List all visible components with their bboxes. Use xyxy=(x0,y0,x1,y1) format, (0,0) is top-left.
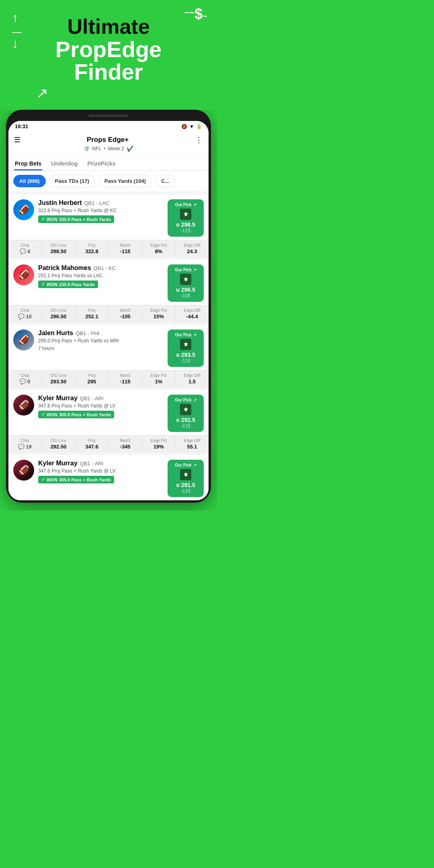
player-name-murray-2: Kyler Murray xyxy=(38,460,78,467)
stat-edge-diff-murray-1: Edge Diff 55.1 xyxy=(176,436,209,452)
pick-odds-murray-1: -115 xyxy=(172,423,199,429)
dollar-icon: ~~$~ xyxy=(184,6,207,23)
stat-edge-diff-herbert: Edge Diff 24.3 xyxy=(176,240,209,257)
hero-section: ↑—↓ ~~$~ Ultimate PropEdge Finder ↗ xyxy=(0,0,217,110)
pick-box-mahomes[interactable]: Our Pick ↗ ⚜ u 296.5 -105 xyxy=(168,264,204,302)
stat-edge-pct-herbert: Edge Pct 8% xyxy=(142,240,176,257)
wifi-icon: ▼ xyxy=(189,124,194,129)
player-info-herbert: Justin Herbert QB1 - LAC 322.8 Proj Pass… xyxy=(38,199,164,223)
stat-chat-hurts[interactable]: Chat 💬 0 xyxy=(8,371,42,387)
stat-alertx-mahomes: AlertX -105 xyxy=(109,305,142,322)
external-link-icon: ↗ xyxy=(193,203,197,207)
player-desc-herbert: 322.8 Proj Pass + Rush Yards @ KC xyxy=(38,208,164,213)
pick-odds-herbert: -115 xyxy=(172,228,199,233)
player-card-herbert: 🏈 Justin Herbert QB1 - LAC 322.8 Proj Pa… xyxy=(8,194,209,257)
stats-row-mahomes: Chat 💬 10 O/U Line 296.50 Proj 252.1 Ale… xyxy=(8,305,209,322)
stat-edge-diff-mahomes: Edge Diff -44.4 xyxy=(176,305,209,322)
more-options-icon[interactable]: ⋮ xyxy=(195,135,203,145)
player-name-murray-1: Kyler Murray xyxy=(38,395,78,402)
tab-underdog[interactable]: Underdog xyxy=(50,158,78,170)
chat-icon-hurts: 💬 xyxy=(20,379,26,385)
hamburger-menu-icon[interactable]: ☰ xyxy=(14,135,20,144)
pick-odds-mahomes: -105 xyxy=(172,293,199,299)
player-card-murray-1: 🏈 Kyler Murray QB1 - ARI 347.6 Proj Pass… xyxy=(8,390,209,452)
tabs-bar: Prop Bets Underdog PrizePicks xyxy=(8,156,209,171)
stat-chat-herbert[interactable]: Chat 💬 4 xyxy=(8,240,42,257)
pick-odds-hurts: -115 xyxy=(172,358,199,364)
draftkings-logo-mahomes: ⚜ xyxy=(180,274,191,285)
won-badge-herbert: ✓ WON 335.0 Pass + Rush Yards xyxy=(38,215,114,223)
hero-finder-text: Finder xyxy=(12,61,205,83)
player-info-murray-2: Kyler Murray QB1 - ARI 347.6 Proj Pass +… xyxy=(38,460,164,483)
our-pick-label-murray-2: Our Pick ↗ xyxy=(172,463,199,467)
stat-ou-herbert: O/U Line 298.50 xyxy=(42,240,75,257)
player-pos-murray-2: QB1 - ARI xyxy=(80,461,104,467)
pick-line-hurts: o 293.5 xyxy=(172,352,199,358)
draftkings-logo-murray-2: ⚜ xyxy=(180,469,191,480)
our-pick-label-herbert: Our Pick ↗ xyxy=(172,203,199,207)
stat-edge-pct-murray-1: Edge Pct 19% xyxy=(142,436,176,452)
pick-line-herbert: o 298.5 xyxy=(172,221,199,228)
stat-edge-pct-mahomes: Edge Pct 15% xyxy=(142,305,176,322)
external-link-icon-murray-2: ↗ xyxy=(193,463,197,467)
stat-proj-mahomes: Proj 252.1 xyxy=(75,305,108,322)
check-icon-murray-1: ✓ xyxy=(41,412,45,417)
pick-box-murray-1[interactable]: Our Pick ↗ ⚜ o 292.5 -115 xyxy=(168,395,204,432)
stat-proj-hurts: Proj 295 xyxy=(75,371,108,387)
battery-icon: 🔋 xyxy=(196,124,202,129)
player-name-herbert: Justin Herbert xyxy=(38,199,82,207)
arrows-icon: ↑—↓ xyxy=(12,11,22,50)
phone-mockup: 10:31 🔕 ▼ 🔋 ☰ Props Edge+ ⋮ 🛡️ NFL • Wee… xyxy=(6,110,211,503)
stat-alertx-herbert: AlertX -115 xyxy=(109,240,142,257)
pick-line-murray-1: o 292.5 xyxy=(172,417,199,423)
our-pick-label-murray-1: Our Pick ↗ xyxy=(172,398,199,402)
avatar-mahomes: 🏈 xyxy=(13,264,34,285)
shield-icon: 🛡️ xyxy=(84,146,90,151)
notifications-off-icon: 🔕 xyxy=(181,124,187,129)
stat-alertx-hurts: AlertX -115 xyxy=(109,371,142,387)
week-label: Week 2 xyxy=(108,146,124,151)
filter-pass-yards[interactable]: Pass Yards (104) xyxy=(98,175,152,187)
league-label: NFL xyxy=(92,146,101,151)
status-icons: 🔕 ▼ 🔋 xyxy=(181,124,202,129)
filter-all[interactable]: All (888) xyxy=(13,175,46,187)
curve-arrow-icon: ↗ xyxy=(12,85,205,102)
pick-line-murray-2: o 291.5 xyxy=(172,482,199,488)
stat-chat-murray-1[interactable]: Chat 💬 19 xyxy=(8,436,42,452)
status-bar: 10:31 🔕 ▼ 🔋 xyxy=(8,121,209,132)
player-pos-mahomes: QB1 - KC xyxy=(94,265,116,271)
tab-prizepicks[interactable]: PrizePicks xyxy=(86,158,116,170)
player-name-hurts: Jalen Hurts xyxy=(38,330,73,337)
player-desc-hurts: 295.0 Proj Pass + Rush Yards vs MIN xyxy=(38,338,164,344)
pick-box-murray-2[interactable]: Our Pick ↗ ⚜ o 291.5 -115 xyxy=(168,460,204,497)
draftkings-logo-murray-1: ⚜ xyxy=(180,404,191,415)
chat-icon-mahomes: 💬 xyxy=(18,313,25,319)
player-info-murray-1: Kyler Murray QB1 - ARI 347.6 Proj Pass +… xyxy=(38,395,164,418)
pick-box-hurts[interactable]: Our Pick ↗ ⚜ o 293.5 -115 xyxy=(168,330,204,367)
chat-icon: 💬 xyxy=(20,248,26,254)
player-desc-mahomes: 252.1 Proj Pass Yards vs LAC xyxy=(38,273,164,278)
won-badge-murray-1: ✓ WON 305.0 Pass + Rush Yards xyxy=(38,411,114,418)
app-title: Props Edge+ xyxy=(87,136,129,144)
check-icon-mahomes: ✓ xyxy=(41,282,45,287)
phone-screen: 10:31 🔕 ▼ 🔋 ☰ Props Edge+ ⋮ 🛡️ NFL • Wee… xyxy=(8,121,209,500)
stat-ou-hurts: O/U Line 293.50 xyxy=(42,371,75,387)
draftkings-logo-hurts: ⚜ xyxy=(180,339,191,350)
player-time-hurts: 7 hours xyxy=(38,346,164,351)
avatar-murray-2: 🏈 xyxy=(13,460,34,481)
stat-chat-mahomes[interactable]: Chat 💬 10 xyxy=(8,305,42,322)
player-card-hurts: 🏈 Jalen Hurts QB1 - PHI 295.0 Proj Pass … xyxy=(8,325,209,387)
pick-box-herbert[interactable]: Our Pick ↗ ⚜ o 298.5 -115 xyxy=(168,199,204,237)
filter-pass-tds[interactable]: Pass TDs (17) xyxy=(49,175,95,187)
verified-icon: ✔️ xyxy=(127,145,133,152)
tab-prop-bets[interactable]: Prop Bets xyxy=(14,158,42,170)
avatar-murray-1: 🏈 xyxy=(13,395,34,416)
check-icon-murray-2: ✓ xyxy=(41,477,45,482)
filter-more[interactable]: C... xyxy=(155,175,175,187)
player-pos-hurts: QB1 - PHI xyxy=(76,330,99,336)
player-pos-herbert: QB1 - LAC xyxy=(84,200,109,206)
stat-alertx-murray-1: AlertX -345 xyxy=(109,436,142,452)
stats-row-murray-1: Chat 💬 19 O/U Line 292.50 Proj 347.6 Ale… xyxy=(8,435,209,452)
app-header: ☰ Props Edge+ ⋮ 🛡️ NFL • Week 2 ✔️ xyxy=(8,132,209,156)
player-card-mahomes: 🏈 Patrick Mahomes QB1 - KC 252.1 Proj Pa… xyxy=(8,260,209,322)
